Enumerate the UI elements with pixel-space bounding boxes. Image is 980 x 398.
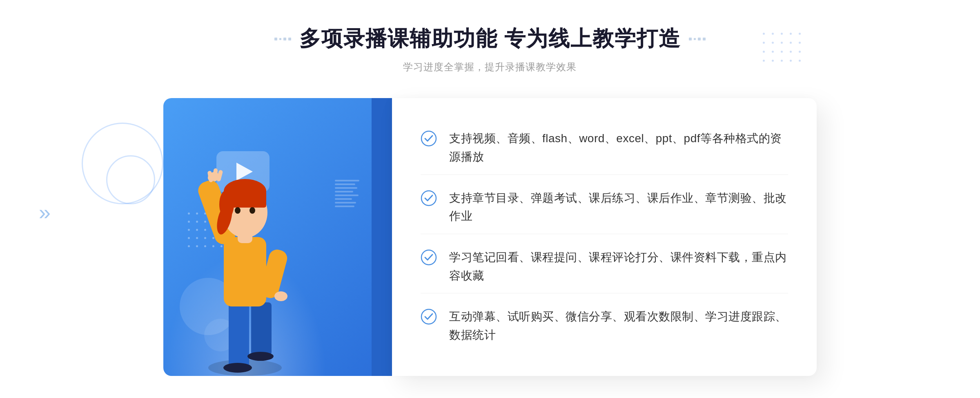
check-icon-4 [421, 309, 437, 325]
subtitle: 学习进度全掌握，提升录播课教学效果 [274, 60, 706, 74]
page-wrapper: » (function() { const grid = document.qu… [0, 0, 980, 398]
content-area: (function() { const dp = document.queryS… [163, 98, 817, 376]
main-title: 多项录播课辅助功能 专为线上教学打造 [299, 25, 681, 53]
title-row: 多项录播课辅助功能 专为线上教学打造 [274, 25, 706, 53]
svg-point-23 [421, 250, 436, 265]
feature-item-3: 学习笔记回看、课程提问、课程评论打分、课件资料下载，重点内容收藏 [421, 240, 788, 294]
feature-text-1: 支持视频、音频、flash、word、excel、ppt、pdf等各种格式的资源… [449, 130, 788, 166]
circle-decoration-2 [106, 155, 155, 204]
check-icon-3 [421, 249, 437, 266]
feature-item-4: 互动弹幕、试听购买、微信分享、观看次数限制、学习进度跟踪、数据统计 [421, 300, 788, 353]
chevron-decoration: » [39, 200, 47, 225]
svg-point-21 [421, 131, 436, 146]
feature-text-3: 学习笔记回看、课程提问、课程评论打分、课件资料下载，重点内容收藏 [449, 248, 788, 285]
svg-rect-5 [224, 237, 266, 306]
dot-grid-right: (function() { const grid = document.quer… [763, 33, 804, 65]
features-card: 支持视频、音频、flash、word、excel、ppt、pdf等各种格式的资源… [392, 98, 817, 376]
svg-point-14 [235, 207, 241, 214]
feature-item-2: 支持章节目录、弹题考试、课后练习、课后作业、章节测验、批改作业 [421, 181, 788, 235]
svg-point-22 [421, 191, 436, 206]
feature-item-1: 支持视频、音频、flash、word、excel、ppt、pdf等各种格式的资源… [421, 121, 788, 175]
svg-point-15 [249, 207, 255, 214]
svg-rect-2 [251, 302, 272, 356]
check-icon-1 [421, 130, 437, 147]
svg-point-4 [247, 352, 274, 361]
title-decoration-right [689, 38, 706, 40]
header-section: 多项录播课辅助功能 专为线上教学打造 学习进度全掌握，提升录播课教学效果 [274, 25, 706, 74]
stripe-decoration [335, 180, 359, 229]
person-illustration [188, 147, 302, 376]
title-decoration-left [274, 38, 291, 40]
svg-point-20 [274, 291, 287, 301]
feature-text-2: 支持章节目录、弹题考试、课后练习、课后作业、章节测验、批改作业 [449, 189, 788, 226]
feature-text-4: 互动弹幕、试听购买、微信分享、观看次数限制、学习进度跟踪、数据统计 [449, 308, 788, 344]
check-icon-2 [421, 190, 437, 206]
svg-rect-1 [229, 302, 249, 368]
illustration-card: (function() { const dp = document.queryS… [163, 98, 400, 376]
svg-point-3 [223, 363, 252, 373]
svg-point-24 [421, 309, 436, 324]
